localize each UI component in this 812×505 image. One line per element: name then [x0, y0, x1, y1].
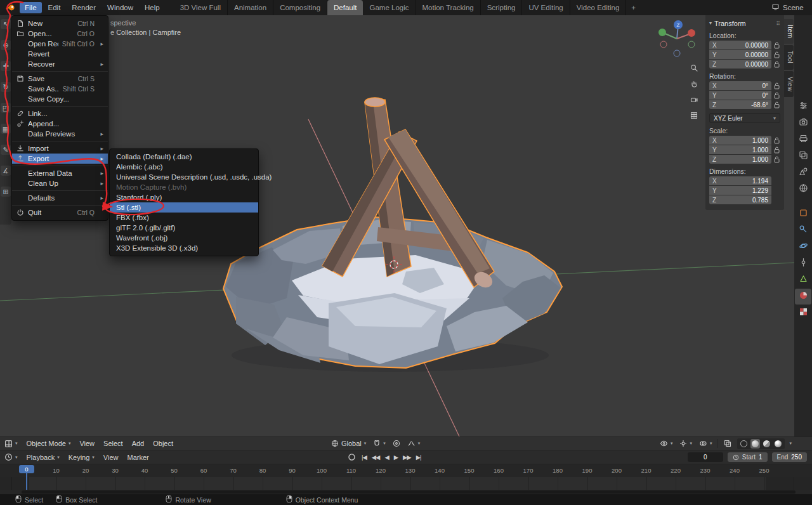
workspace-tab-video-editing[interactable]: Video Editing	[570, 0, 627, 15]
shading-rendered-button[interactable]	[773, 439, 783, 449]
rotation-x-field[interactable]: X0°	[709, 81, 771, 90]
file-menu-item-import[interactable]: Import▸	[12, 143, 108, 154]
zoom-button[interactable]	[688, 62, 700, 75]
snap-dropdown[interactable]: ▾	[372, 440, 387, 447]
lock-icon[interactable]	[773, 155, 780, 164]
rotation-y-field[interactable]: Y0°	[709, 91, 771, 100]
workspace-tab-animation[interactable]: Animation	[228, 0, 273, 15]
timeline-menu-playback[interactable]: Playback ▾	[22, 454, 64, 461]
play-reverse-button[interactable]: ◀	[384, 454, 388, 461]
menu-window[interactable]: Window	[102, 2, 138, 13]
tool-transform-button[interactable]: ▦	[1, 124, 11, 134]
export-item-stl-stl[interactable]: Stl (.stl)	[110, 202, 258, 213]
export-item-alembic-abc[interactable]: Alembic (.abc)	[110, 162, 258, 172]
lock-icon[interactable]	[773, 100, 780, 109]
workspace-tab-scripting[interactable]: Scripting	[481, 0, 523, 15]
menu-help[interactable]: Help	[140, 2, 165, 13]
properties-tab-modifiers[interactable]	[795, 223, 811, 239]
properties-tab-view-layer[interactable]	[795, 148, 811, 164]
timeline-menu-keying[interactable]: Keying ▾	[64, 454, 99, 461]
lock-icon[interactable]	[773, 91, 780, 100]
shading-solid-button[interactable]	[750, 439, 760, 449]
tool-cursor-button[interactable]: ⊕	[1, 40, 11, 50]
mode-dropdown[interactable]: Object Mode ▾	[22, 440, 75, 447]
transform-panel-header[interactable]: ▾ Transform ⠿	[709, 18, 780, 28]
scale-y-field[interactable]: Y1.000	[709, 145, 771, 154]
file-menu-item-append[interactable]: Append...	[12, 119, 108, 129]
auto-keying-icon[interactable]	[348, 453, 356, 461]
export-item-stanford-ply[interactable]: Stanford (.ply)	[110, 192, 258, 202]
tool-move-button[interactable]: ✚	[1, 61, 11, 71]
scene-selector[interactable]: Scene	[771, 3, 812, 12]
file-menu-item-external-data[interactable]: External Data▸	[12, 168, 108, 178]
lock-icon[interactable]	[773, 50, 780, 59]
shading-material-button[interactable]	[762, 439, 771, 449]
tool-tweak-button[interactable]: ↖	[1, 19, 11, 29]
tool-measure-button[interactable]: ∡	[1, 166, 11, 176]
panel-grip-icon[interactable]: ⠿	[776, 20, 780, 27]
orientation-dropdown[interactable]: Global ▾	[330, 440, 367, 447]
play-button[interactable]: ▶	[394, 454, 398, 461]
prev-keyframe-button[interactable]: ◀◀	[372, 454, 380, 461]
current-frame-field[interactable]: 0	[688, 452, 723, 462]
sidebar-tab-view[interactable]: View	[784, 71, 794, 98]
viewport-menu-view[interactable]: View	[75, 440, 99, 447]
menu-render[interactable]: Render	[67, 2, 101, 13]
export-item-gltf-2-0-glb-gltf[interactable]: glTF 2.0 (.glb/.gltf)	[110, 223, 258, 233]
file-menu-item-revert[interactable]: Revert	[12, 49, 108, 59]
playhead-badge[interactable]: 0	[19, 465, 34, 473]
dimensions-y-field[interactable]: Y1.229	[709, 186, 771, 195]
start-frame-field[interactable]: Start1	[728, 452, 768, 462]
tool-add-cube-button[interactable]: ⊞	[1, 187, 11, 197]
lock-icon[interactable]	[773, 41, 780, 49]
properties-tab-object-data[interactable]	[795, 272, 811, 288]
overlays-dropdown[interactable]: ▾	[698, 440, 714, 447]
jump-to-end-button[interactable]: ▶|	[416, 454, 421, 461]
navigation-gizmo[interactable]: Z	[658, 20, 695, 56]
playhead-line[interactable]	[26, 473, 27, 490]
properties-tab-material[interactable]	[795, 289, 811, 305]
dimensions-x-field[interactable]: X1.194	[709, 176, 771, 185]
tool-scale-button[interactable]: ◰	[1, 103, 11, 113]
workspace-tab-motion-tracking[interactable]: Motion Tracking	[416, 0, 481, 15]
lock-icon[interactable]	[773, 136, 780, 145]
rotation-mode-dropdown[interactable]: XYZ Euler▾	[709, 113, 780, 123]
campfire-object[interactable]	[223, 98, 562, 372]
file-menu-item-open[interactable]: Open...Ctrl O	[12, 29, 108, 39]
viewport-menu-add[interactable]: Add	[128, 440, 149, 447]
properties-tab-object[interactable]	[795, 206, 811, 222]
file-menu-item-open-recent[interactable]: Open RecentShift Ctrl O▸	[12, 39, 108, 49]
workspace-tab-game-logic[interactable]: Game Logic	[363, 0, 416, 15]
timeline-menu-marker[interactable]: Marker	[122, 454, 153, 461]
export-item-fbx-fbx[interactable]: FBX (.fbx)	[110, 213, 258, 223]
location-z-field[interactable]: Z0.00000	[709, 60, 771, 69]
file-menu-item-link[interactable]: Link...	[12, 108, 108, 119]
perspective-button[interactable]	[688, 110, 700, 122]
sidebar-tab-item[interactable]: Item	[784, 19, 794, 44]
shading-wireframe-button[interactable]	[739, 439, 749, 449]
menu-edit[interactable]: Edit	[43, 2, 66, 13]
file-menu-item-defaults[interactable]: Defaults▸	[12, 193, 108, 203]
properties-tab-scene[interactable]	[795, 165, 811, 181]
properties-tab-tool[interactable]	[795, 99, 811, 115]
workspace-tab-default[interactable]: Default	[327, 0, 363, 15]
editor-type-button[interactable]: ▾	[0, 440, 22, 448]
viewport-menu-object[interactable]: Object	[148, 440, 178, 447]
file-menu-item-save-copy[interactable]: Save Copy...	[12, 94, 108, 104]
add-workspace-button[interactable]: +	[626, 4, 641, 11]
shading-dropdown[interactable]: ▾	[789, 441, 792, 446]
gizmos-dropdown[interactable]: ▾	[678, 440, 693, 447]
properties-tab-physics[interactable]	[795, 239, 811, 255]
file-menu-item-data-previews[interactable]: Data Previews▸	[12, 129, 108, 139]
scale-z-field[interactable]: Z1.000	[709, 155, 771, 164]
file-menu-item-save-as[interactable]: Save As...Shift Ctrl S	[12, 84, 108, 94]
file-menu-item-save[interactable]: SaveCtrl S	[12, 74, 108, 84]
properties-tab-world[interactable]	[795, 181, 811, 197]
export-item-x3d-extensible-3d-x3d[interactable]: X3D Extensible 3D (.x3d)	[110, 243, 258, 253]
workspace-tab-uv-editing[interactable]: UV Editing	[522, 0, 570, 15]
workspace-tab-compositing[interactable]: Compositing	[273, 0, 327, 15]
properties-tab-output[interactable]	[795, 132, 811, 148]
timeline-ruler[interactable]: 0102030405060708090100110120130140150160…	[0, 464, 812, 477]
file-menu-item-recover[interactable]: Recover▸	[12, 59, 108, 69]
properties-tab-render[interactable]	[795, 115, 811, 131]
